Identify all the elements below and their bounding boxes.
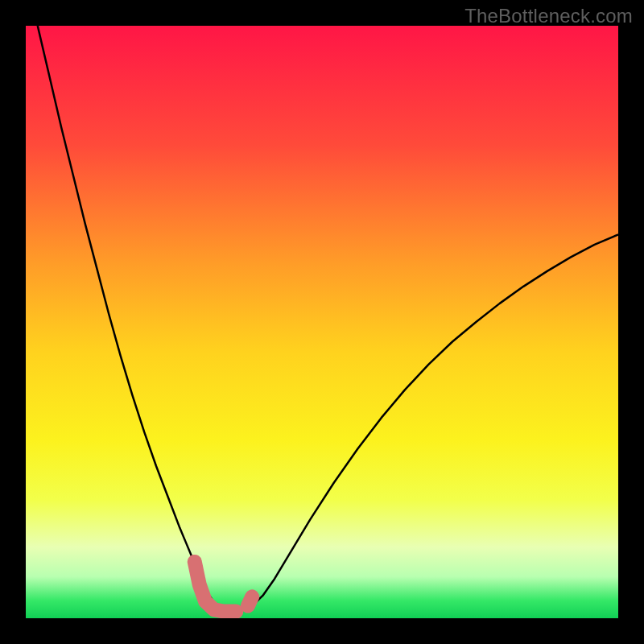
highlight-slug-right: [248, 597, 252, 605]
chart-frame: TheBottleneck.com: [0, 0, 644, 644]
plot-area: [26, 26, 618, 618]
watermark-text: TheBottleneck.com: [464, 5, 633, 27]
chart-svg: [26, 26, 618, 618]
gradient-background: [26, 26, 618, 618]
